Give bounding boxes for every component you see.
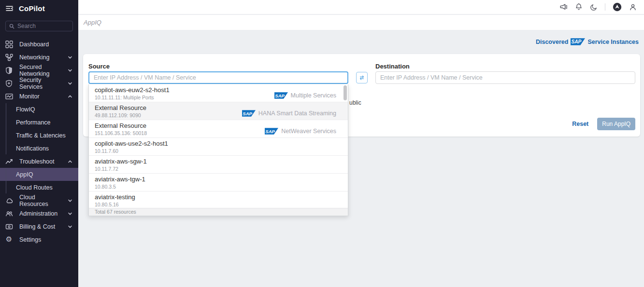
- reset-button[interactable]: Reset: [572, 121, 588, 127]
- sidebar-item-label: Dashboard: [19, 41, 49, 48]
- resource-detail: 10.80.3.5: [95, 184, 145, 190]
- chevron-down-icon: [68, 211, 72, 216]
- sidebar-item-dashboard[interactable]: Dashboard: [0, 38, 78, 51]
- users-icon: [5, 209, 13, 218]
- sidebar-item-flowiq[interactable]: FlowIQ: [0, 103, 78, 116]
- moon-icon[interactable]: [590, 3, 598, 11]
- resource-name: aviatrix-testing: [95, 193, 135, 201]
- svg-text:SAP: SAP: [572, 39, 582, 44]
- suggestion-row[interactable]: External Resource 49.88.112.109: 9090 SA…: [89, 102, 348, 120]
- source-input[interactable]: [88, 71, 348, 84]
- sidebar-item-label: Networking: [19, 54, 50, 61]
- breadcrumb: AppIQ: [84, 19, 101, 26]
- suggestion-row[interactable]: aviatrix-aws-sgw-1 10.11.7.72: [89, 156, 348, 174]
- chevron-down-icon: [68, 68, 72, 73]
- sap-logo-icon: SAP: [265, 128, 278, 135]
- trending-zigzag-icon: [5, 157, 13, 165]
- topbar-separator: [605, 3, 605, 11]
- user-icon[interactable]: [629, 3, 637, 11]
- run-appiq-button[interactable]: Run AppIQ: [597, 118, 635, 130]
- sidebar-item-label: AppIQ: [16, 171, 33, 178]
- announcement-icon[interactable]: [559, 3, 568, 11]
- sap-logo-icon: SAP: [571, 38, 585, 45]
- sidebar-item-label: FlowIQ: [16, 106, 35, 113]
- resource-name: aviatrix-aws-tgw-1: [95, 176, 145, 183]
- sidebar-nav: Dashboard Networking: [0, 38, 78, 246]
- sidebar-item-administration[interactable]: Administration: [0, 207, 78, 220]
- sap-logo-icon: SAP: [274, 92, 288, 99]
- sidebar-item-label: Traffic & Latencies: [16, 132, 66, 139]
- sidebar-item-troubleshoot[interactable]: Troubleshoot: [0, 155, 78, 168]
- suggestion-row[interactable]: copilot-aws-use2-s2-host1 10.11.7.60: [89, 138, 348, 156]
- sidebar-item-label: Cloud Routes: [16, 184, 53, 191]
- suggestion-row[interactable]: aviatrix-testing 10.80.5.16: [89, 191, 348, 209]
- resource-detail: 10.11.7.60: [95, 148, 168, 154]
- card-actions: Reset Run AppIQ: [572, 118, 635, 130]
- sidebar-item-security-services[interactable]: Security Services: [0, 77, 78, 90]
- sidebar-item-networking[interactable]: Networking: [0, 51, 78, 64]
- logo-row: CoPilot: [0, 0, 78, 13]
- discovered-suffix: Service Instances: [587, 39, 639, 45]
- resource-service: SAP NetWeaver Services: [265, 122, 342, 137]
- chevron-up-icon: [68, 94, 72, 99]
- sidebar-item-label: Administration: [19, 210, 57, 217]
- swap-button[interactable]: [356, 72, 368, 83]
- sidebar-item-cloud-resources[interactable]: Cloud Resources: [0, 194, 78, 207]
- sidebar-item-label: Security Services: [19, 77, 61, 90]
- sidebar-item-appiq[interactable]: AppIQ: [0, 168, 78, 181]
- resource-detail: 10.11.11.11: Multiple Ports: [95, 95, 170, 100]
- sidebar-collapse-icon[interactable]: [5, 4, 14, 13]
- resource-name: copilot-aws-use2-s2-host1: [95, 140, 168, 147]
- service-name: Multiple Services: [291, 92, 336, 99]
- sidebar-item-label: Notifications: [16, 145, 49, 152]
- sidebar-item-performance[interactable]: Performance: [0, 116, 78, 129]
- sidebar-item-label: Secured Networking: [19, 64, 61, 77]
- sidebar-item-traffic-latencies[interactable]: Traffic & Latencies: [0, 129, 78, 142]
- service-name: HANA Smart Data Streaming: [258, 110, 336, 117]
- sidebar-item-billing-cost[interactable]: Billing & Cost: [0, 220, 78, 233]
- chevron-up-icon: [68, 159, 72, 164]
- sidebar-item-monitor[interactable]: Monitor: [0, 90, 78, 103]
- source-suggestions-dropdown: copilot-aws-euw2-s2-host1 10.11.11.11: M…: [88, 84, 348, 216]
- aviatrix-logo-icon[interactable]: [613, 2, 622, 12]
- sidebar-item-cloud-routes[interactable]: Cloud Routes: [0, 181, 78, 194]
- resource-name: External Resource: [95, 122, 147, 129]
- gear-icon: ⚙: [5, 235, 13, 244]
- svg-text:SAP: SAP: [243, 111, 252, 116]
- dropdown-footer: Total 67 resources: [89, 208, 348, 216]
- monitor-chart-icon: [5, 92, 13, 100]
- topbar: [78, 0, 644, 14]
- suggestion-row[interactable]: aviatrix-aws-tgw-1 10.80.3.5: [89, 174, 348, 191]
- source-label: Source: [88, 63, 110, 70]
- sidebar-search: [5, 21, 73, 31]
- sidebar-item-notifications[interactable]: Notifications: [0, 142, 78, 155]
- sidebar-item-label: Billing & Cost: [19, 223, 55, 230]
- sidebar-item-settings[interactable]: ⚙ Settings: [0, 233, 78, 246]
- suggestion-row[interactable]: copilot-aws-euw2-s2-host1 10.11.11.11: M…: [89, 84, 348, 102]
- search-input[interactable]: [17, 23, 69, 29]
- scrollbar-thumb[interactable]: [343, 85, 347, 100]
- destination-label: Destination: [375, 63, 410, 70]
- swap-arrows-icon: [359, 75, 365, 81]
- wallet-icon: [5, 222, 13, 231]
- chevron-down-icon: [68, 224, 72, 229]
- discovered-sap-link[interactable]: Discovered SAP Service Instances: [536, 38, 639, 45]
- service-name: NetWeaver Services: [281, 128, 336, 135]
- sidebar-item-secured-networking[interactable]: Secured Networking: [0, 64, 78, 77]
- sidebar-item-label: Performance: [16, 119, 51, 126]
- breadcrumb-row: AppIQ: [78, 15, 644, 30]
- partial-public-text: ublic: [349, 99, 361, 106]
- sidebar-item-label: Cloud Resources: [19, 194, 61, 207]
- suggestion-row[interactable]: External Resource 151.106.35.136: 50018 …: [89, 120, 348, 138]
- resource-detail: 151.106.35.136: 50018: [95, 130, 147, 136]
- resource-name: aviatrix-aws-sgw-1: [95, 158, 147, 165]
- sidebar-item-label: Settings: [19, 236, 41, 243]
- resource-name: External Resource: [95, 104, 146, 111]
- discovered-prefix: Discovered: [536, 39, 568, 45]
- bell-icon[interactable]: [575, 3, 583, 11]
- svg-text:SAP: SAP: [266, 129, 275, 134]
- chevron-down-icon: [68, 55, 72, 60]
- resource-detail: 10.80.5.16: [95, 202, 135, 207]
- app-title: CoPilot: [19, 4, 45, 13]
- destination-input[interactable]: [375, 71, 635, 84]
